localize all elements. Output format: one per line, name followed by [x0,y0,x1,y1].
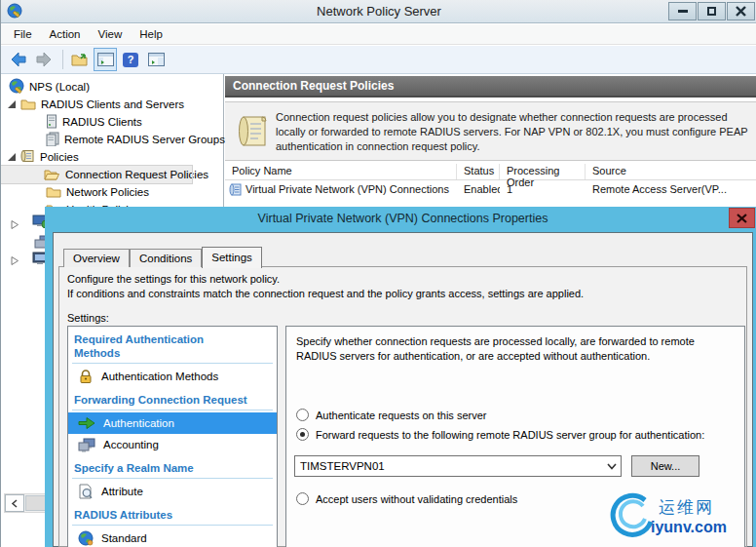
policies-scroll-icon [20,149,35,165]
window-title: Network Policy Server [1,0,756,23]
results-pane-header: Connection Request Policies [225,76,756,98]
chevron-down-icon[interactable] [603,463,621,470]
settings-item-authentication[interactable]: Authentication [68,412,277,434]
help-button[interactable]: ? [119,48,142,71]
settings-label: Settings: [67,312,109,324]
iyunv-logo-icon [606,492,657,543]
lock-icon [78,369,94,384]
scroll-left-button[interactable] [5,494,24,512]
back-button[interactable] [7,48,30,71]
nps-globe-icon [9,78,24,96]
maximize-icon [707,7,716,16]
dialog-tabs: Overview Conditions Settings [63,246,262,267]
settings-list: Required Authentication Methods Authenti… [67,326,278,547]
minimize-icon [678,10,688,13]
folder-icon [20,98,36,112]
forward-icon [35,52,53,67]
console-window-icon [97,53,114,66]
tree-item-remote-radius-server-groups[interactable]: Remote RADIUS Server Groups [1,131,223,148]
policy-scroll-icon [237,114,268,151]
collapsed-icon[interactable] [11,256,19,266]
server-icon [46,114,57,131]
group-divider [72,363,273,364]
radio-authenticate-local[interactable]: Authenticate requests on this server [296,409,486,421]
menu-file[interactable]: File [5,24,41,45]
group-required-authentication-methods: Required Authentication Methods [74,332,249,360]
close-button[interactable] [727,2,755,20]
tab-settings[interactable]: Settings [202,247,262,268]
settings-intro-line2: If conditions and constraints match the … [67,288,584,299]
watermark-site-domain: iyunv.com [651,519,727,536]
new-window-button[interactable] [144,48,168,71]
radio-forward-requests[interactable]: Forward requests to the following remote… [296,428,704,441]
radio-unchecked-icon[interactable] [296,409,309,421]
row-processing-order: 1 [500,183,586,195]
chevron-left-icon [11,499,19,508]
group-forwarding-connection-request: Forwarding Connection Request [74,393,249,407]
green-arrow-icon [78,416,95,430]
radio-checked-icon[interactable] [296,428,309,441]
combobox-value: TIMSTERVPN01 [295,460,603,472]
dialog-close-button[interactable] [729,208,755,228]
settings-item-standard[interactable]: Standard [68,527,277,547]
tree-item-radius-clients[interactable]: RADIUS Clients [1,113,223,131]
settings-item-attribute[interactable]: Attribute [68,481,277,502]
window-titlebar: Network Policy Server [1,0,756,23]
site-watermark: 运维网 iyunv.com [604,488,756,545]
tab-conditions[interactable]: Conditions [130,249,202,267]
table-row[interactable]: Virtual Private Network (VPN) Connection… [225,181,756,197]
menu-action[interactable]: Action [41,24,90,45]
column-processing-order[interactable]: Processing Order [500,164,586,179]
group-divider [72,525,273,526]
maximize-button[interactable] [698,2,726,20]
row-policy-name: Virtual Private Network (VPN) Connection… [246,183,449,195]
column-source[interactable]: Source [586,164,756,179]
back-icon [10,52,27,67]
toolbar: ? [1,46,756,74]
dialog-title: Virtual Private Network (VPN) Connection… [53,207,753,231]
toolbar-separator [62,50,63,69]
expanded-icon[interactable] [7,99,17,109]
forward-button[interactable] [32,48,56,71]
policy-table-header: Policy Name Status Processing Order Sour… [225,164,756,180]
watermark-site-name: 运维网 [659,496,714,519]
group-divider [72,478,273,479]
column-policy-name[interactable]: Policy Name [225,164,457,179]
remote-radius-group-combobox[interactable]: TIMSTERVPN01 [294,455,622,477]
group-divider [72,410,273,410]
menu-help[interactable]: Help [131,24,171,45]
tree-item-radius-clients-and-servers[interactable]: RADIUS Clients and Servers [1,96,223,113]
new-button[interactable]: New... [631,455,699,477]
network-policy-server-window: Network Policy Server File Action View H… [0,0,756,547]
show-console-tree-button[interactable] [94,48,117,71]
tree-item-connection-request-policies[interactable]: Connection Request Policies [1,166,192,183]
column-status[interactable]: Status [457,164,500,179]
tree-item-nps-local[interactable]: NPS (Local) [1,78,223,96]
collapsed-icon[interactable] [11,220,19,230]
group-radius-attributes: RADIUS Attributes [74,508,249,522]
expanded-icon[interactable] [7,152,17,162]
menu-view[interactable]: View [90,24,132,45]
export-list-button[interactable] [68,48,92,71]
row-source: Remote Access Server(VP... [586,183,756,195]
computers-icon [78,438,95,452]
open-folder-icon [44,168,60,182]
policy-description-text: Connection request policies allow you to… [276,110,749,154]
settings-item-accounting[interactable]: Accounting [68,434,277,455]
tree-item-network-policies[interactable]: Network Policies [1,183,223,201]
export-folder-icon [71,52,89,67]
folder-icon [46,185,61,200]
settings-intro-line1: Configure the settings for this network … [67,273,280,285]
globe-icon [78,530,94,546]
attribute-search-icon [78,484,94,499]
settings-item-authentication-methods[interactable]: Authentication Methods [68,366,277,387]
radio-accept-without-validating[interactable]: Accept users without validating credenti… [296,492,517,505]
menu-bar: File Action View Help [1,24,756,45]
close-icon [736,6,746,17]
tab-overview[interactable]: Overview [63,249,130,267]
minimize-button[interactable] [668,2,697,20]
console-window-icon-2 [148,53,165,66]
policy-description-box: Connection request policies allow you to… [225,101,756,161]
tree-item-policies[interactable]: Policies [1,148,223,166]
radio-unchecked-icon[interactable] [296,492,309,505]
